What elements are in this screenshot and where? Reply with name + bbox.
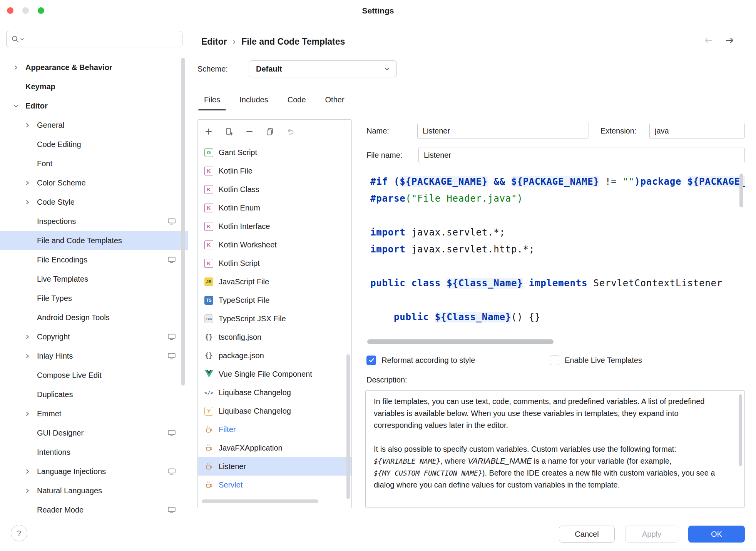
sidebar-item-inspections[interactable]: Inspections (0, 212, 188, 231)
template-list-vertical-scrollbar[interactable] (346, 354, 350, 499)
template-item-kotlin-file[interactable]: KKotlin File (198, 162, 351, 180)
template-item-kotlin-class[interactable]: KKotlin Class (198, 180, 351, 199)
chevron-right-icon[interactable] (25, 334, 37, 340)
template-item-label: Kotlin Script (219, 259, 260, 268)
cancel-button[interactable]: Cancel (559, 526, 615, 543)
template-item-label: Listener (219, 462, 246, 471)
settings-search-box[interactable] (6, 31, 182, 47)
sidebar-item-code-style[interactable]: Code Style (0, 192, 188, 212)
sidebar-item-compose-live-edit[interactable]: Compose Live Edit (0, 366, 188, 385)
code-line (370, 292, 745, 309)
sidebar-item-android-design-tools[interactable]: Android Design Tools (0, 308, 188, 327)
sidebar-item-live-templates[interactable]: Live Templates (0, 269, 188, 289)
chevron-right-icon[interactable] (13, 65, 25, 70)
search-history-caret-icon[interactable] (20, 38, 24, 40)
template-item-tsconfig-json[interactable]: {}tsconfig.json (198, 328, 351, 346)
code-line (370, 207, 745, 224)
sidebar-item-language-injections[interactable]: Language Injections (0, 462, 188, 481)
template-item-filter[interactable]: Filter (198, 420, 351, 439)
sidebar-item-inlay-hints[interactable]: Inlay Hints (0, 346, 188, 366)
sidebar-item-font[interactable]: Font (0, 154, 188, 173)
template-item-typescript-file[interactable]: TSTypeScript File (198, 291, 351, 309)
search-input[interactable] (25, 35, 177, 43)
chevron-down-icon[interactable] (13, 103, 25, 109)
template-item-typescript-jsx-file[interactable]: TSXTypeScript JSX File (198, 309, 351, 328)
extension-label: Extension: (600, 123, 636, 139)
scheme-value: Default (256, 65, 282, 73)
sidebar-item-emmet[interactable]: Emmet (0, 404, 188, 423)
template-item-javascript-file[interactable]: JSJavaScript File (198, 272, 351, 291)
sidebar-item-file-types[interactable]: File Types (0, 289, 188, 308)
template-item-label: Liquibase Changelog (219, 407, 291, 416)
sidebar-item-label: Reader Mode (37, 506, 84, 514)
template-item-liquibase-changelog[interactable]: </>Liquibase Changelog (198, 383, 351, 402)
template-item-liquibase-changelog[interactable]: YLiquibase Changelog (198, 402, 351, 420)
sidebar-item-general[interactable]: General (0, 115, 188, 135)
sidebar-item-gui-designer[interactable]: GUI Designer (0, 423, 188, 442)
kotlin-icon: K (204, 185, 214, 194)
chevron-right-icon[interactable] (25, 199, 37, 205)
sidebar-item-keymap[interactable]: Keymap (0, 77, 188, 96)
code-horizontal-scrollbar[interactable] (367, 339, 554, 344)
sidebar-item-file-encodings[interactable]: File Encodings (0, 250, 188, 269)
description-scrollbar[interactable] (739, 394, 742, 466)
sidebar-item-color-scheme[interactable]: Color Scheme (0, 173, 188, 192)
name-input[interactable] (417, 123, 589, 139)
chevron-right-icon[interactable] (25, 180, 37, 186)
tab-other[interactable]: Other (319, 90, 350, 110)
template-item-kotlin-interface[interactable]: KKotlin Interface (198, 217, 351, 235)
forward-arrow-icon[interactable] (724, 35, 736, 47)
template-item-listener[interactable]: Listener (198, 457, 351, 476)
reformat-checkbox[interactable]: Reformat according to style (366, 355, 475, 366)
chevron-right-icon[interactable] (25, 411, 37, 417)
sidebar-item-editor[interactable]: Editor (0, 96, 188, 115)
sidebar-item-natural-languages[interactable]: Natural Languages (0, 481, 188, 500)
ok-button[interactable]: OK (688, 526, 745, 543)
template-item-package-json[interactable]: {}package.json (198, 346, 351, 365)
javascript-icon: JS (204, 277, 214, 287)
sidebar-scrollbar[interactable] (181, 58, 185, 386)
template-item-label: Kotlin File (219, 167, 253, 175)
copy-template-button[interactable] (265, 127, 274, 136)
sidebar-item-intentions[interactable]: Intentions (0, 442, 188, 462)
extension-input[interactable] (649, 123, 745, 139)
sidebar-item-copyright[interactable]: Copyright (0, 327, 188, 346)
template-list-horizontal-scrollbar[interactable] (202, 499, 318, 503)
tab-code[interactable]: Code (282, 90, 312, 110)
breadcrumb-parent[interactable]: Editor (201, 37, 227, 47)
sidebar-item-file-and-code-templates[interactable]: File and Code Templates (0, 231, 188, 250)
code-vertical-scrollbar[interactable] (739, 174, 743, 207)
enable-live-templates-checkbox[interactable]: Enable Live Templates (550, 355, 642, 366)
gant-icon: G (204, 148, 214, 157)
chevron-right-icon[interactable] (25, 488, 37, 494)
remove-template-button[interactable] (245, 127, 254, 136)
checkbox-box[interactable] (550, 356, 559, 365)
add-template-button[interactable] (204, 127, 213, 136)
create-from-template-button[interactable] (224, 127, 234, 136)
template-item-kotlin-script[interactable]: KKotlin Script (198, 254, 351, 272)
sidebar-item-reader-mode[interactable]: Reader Mode (0, 500, 188, 519)
chevron-right-icon[interactable] (25, 353, 37, 359)
template-item-servlet[interactable]: Servlet (198, 476, 351, 494)
zoom-window-button[interactable] (38, 7, 44, 14)
tab-files[interactable]: Files (198, 90, 226, 110)
template-item-vue-single-file-component[interactable]: Vue Single File Component (198, 365, 351, 383)
template-item-javafxapplication[interactable]: JavaFXApplication (198, 439, 351, 457)
sidebar-item-code-editing[interactable]: Code Editing (0, 135, 188, 154)
sidebar-item-duplicates[interactable]: Duplicates (0, 385, 188, 404)
checkbox-box[interactable] (366, 356, 376, 365)
help-button[interactable]: ? (11, 525, 27, 541)
template-item-gant-script[interactable]: GGant Script (198, 143, 351, 162)
scheme-dropdown[interactable]: Default (249, 60, 397, 77)
revert-template-button[interactable] (286, 127, 295, 136)
template-item-kotlin-worksheet[interactable]: KKotlin Worksheet (198, 235, 351, 254)
template-item-kotlin-enum[interactable]: KKotlin Enum (198, 199, 351, 217)
back-arrow-icon[interactable] (702, 35, 714, 47)
tab-includes[interactable]: Includes (234, 90, 274, 110)
file-name-input[interactable] (418, 147, 745, 163)
chevron-right-icon[interactable] (25, 469, 37, 474)
template-code-editor[interactable]: #if (${PACKAGE_NAME} && ${PACKAGE_NAME} … (365, 171, 745, 339)
sidebar-item-appearance-behavior[interactable]: Appearance & Behavior (0, 58, 188, 77)
close-window-button[interactable] (7, 7, 13, 14)
chevron-right-icon[interactable] (25, 122, 37, 128)
